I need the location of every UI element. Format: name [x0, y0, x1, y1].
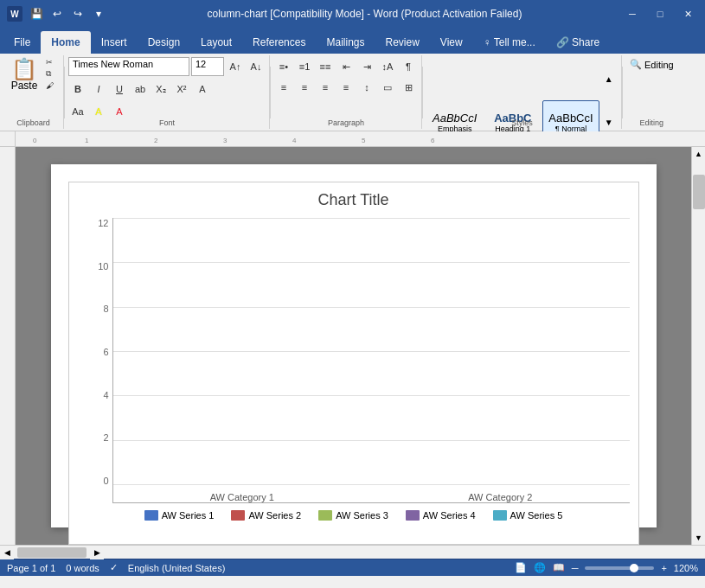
zoom-slider[interactable]: [585, 566, 654, 570]
paste-icon: 📋: [11, 59, 37, 80]
tab-layout[interactable]: Layout: [190, 31, 242, 54]
close-button[interactable]: ✕: [677, 5, 698, 22]
h-scroll-thumb[interactable]: [17, 547, 87, 558]
legend-label-5: AW Series 5: [510, 510, 563, 521]
y-label-10: 10: [98, 261, 108, 272]
chart-container[interactable]: Chart Title 12 10 8 6 4 2 0: [68, 182, 639, 545]
subscript-button[interactable]: X₂: [151, 80, 170, 99]
tab-review[interactable]: Review: [375, 31, 429, 54]
justify-button[interactable]: ≡: [336, 78, 356, 97]
proofing-icon[interactable]: ✓: [110, 562, 118, 573]
ruler-corner: [0, 131, 16, 146]
y-label-0: 0: [103, 476, 108, 486]
show-para-button[interactable]: ¶: [399, 57, 418, 76]
strikethrough-button[interactable]: ab: [131, 80, 150, 99]
editing-group-label: Editing: [623, 118, 681, 127]
scroll-left-button[interactable]: ◀: [0, 546, 14, 559]
ribbon-tabs: File Home Insert Design Layout Reference…: [0, 28, 705, 54]
clipboard-label: Clipboard: [3, 118, 63, 127]
superscript-button[interactable]: X²: [172, 80, 191, 99]
redo-button[interactable]: ↪: [69, 5, 87, 22]
format-painter-button[interactable]: 🖌: [43, 80, 56, 91]
multilevel-button[interactable]: ≡≡: [316, 57, 335, 76]
line-spacing-button[interactable]: ↕: [357, 78, 376, 97]
document-page[interactable]: Chart Title 12 10 8 6 4 2 0: [51, 164, 657, 527]
minimize-button[interactable]: ─: [622, 5, 643, 22]
scrollbar-right: ▲ ▼: [691, 147, 705, 545]
tab-mailings[interactable]: Mailings: [316, 31, 375, 54]
undo-button[interactable]: ↩: [48, 5, 66, 22]
zoom-thumb[interactable]: [630, 564, 638, 572]
ribbon: 📋 Paste ✂ ⧉ 🖌 Clipboard Times New Roman …: [0, 54, 705, 131]
styles-scroll-up[interactable]: ▲: [601, 57, 617, 100]
tab-view[interactable]: View: [430, 31, 473, 54]
y-label-12: 12: [98, 218, 108, 228]
tab-insert[interactable]: Insert: [91, 31, 138, 54]
shading-button[interactable]: ▭: [378, 78, 397, 97]
paragraph-content: ≡• ≡1 ≡≡ ⇤ ⇥ ↕A ¶ ≡ ≡ ≡ ≡ ↕ ▭ ⊞: [274, 57, 418, 127]
bold-button[interactable]: B: [68, 80, 87, 99]
zoom-plus-button[interactable]: +: [661, 563, 666, 573]
align-right-button[interactable]: ≡: [316, 78, 335, 97]
title-bar: W 💾 ↩ ↪ ▾ column-chart [Compatibility Mo…: [0, 0, 705, 28]
borders-button[interactable]: ⊞: [399, 78, 418, 97]
tab-design[interactable]: Design: [138, 31, 190, 54]
editing-label-btn: 🔍 Editing: [626, 57, 677, 72]
bullets-button[interactable]: ≡•: [274, 57, 293, 76]
shrink-font-button[interactable]: A↓: [247, 57, 266, 76]
legend-label-2: AW Series 2: [248, 510, 301, 521]
document-scroll-area[interactable]: Chart Title 12 10 8 6 4 2 0: [16, 147, 691, 545]
font-name-input[interactable]: Times New Roman: [68, 57, 189, 76]
increase-indent-button[interactable]: ⇥: [357, 57, 376, 76]
underline-button[interactable]: U: [110, 80, 129, 99]
view-read-icon[interactable]: 📖: [553, 562, 565, 573]
vertical-ruler: [0, 147, 16, 545]
ruler-mark-5: 5: [362, 137, 365, 144]
grow-font-button[interactable]: A↑: [226, 57, 245, 76]
bars-area: [113, 218, 630, 485]
font-row-2: B I U ab X₂ X² A: [68, 80, 212, 99]
legend-label-4: AW Series 4: [423, 510, 476, 521]
align-left-button[interactable]: ≡: [274, 78, 293, 97]
editing-magnifier-icon: 🔍: [630, 59, 642, 70]
scroll-thumb[interactable]: [693, 175, 705, 209]
tab-home[interactable]: Home: [41, 31, 90, 54]
font-size-input[interactable]: 12: [191, 57, 224, 76]
cut-button[interactable]: ✂: [43, 57, 56, 67]
clear-format-button[interactable]: A: [193, 80, 212, 99]
tab-file[interactable]: File: [3, 31, 41, 54]
tab-share[interactable]: 🔗 Share: [546, 31, 610, 54]
decrease-indent-button[interactable]: ⇤: [336, 57, 356, 76]
ruler-mark-3: 3: [223, 137, 227, 144]
ribbon-group-paragraph: ≡• ≡1 ≡≡ ⇤ ⇥ ↕A ¶ ≡ ≡ ≡ ≡ ↕ ▭ ⊞ Paragrap…: [271, 55, 422, 129]
ribbon-group-editing: 🔍 Editing Editing: [623, 55, 681, 129]
numbering-button[interactable]: ≡1: [295, 57, 314, 76]
zoom-level: 120%: [674, 563, 698, 573]
tab-tell-me[interactable]: ♀ Tell me...: [473, 31, 546, 54]
more-button[interactable]: ▾: [90, 5, 107, 22]
zoom-minus-button[interactable]: ─: [572, 563, 579, 573]
view-print-icon[interactable]: 📄: [515, 562, 527, 573]
align-center-button[interactable]: ≡: [295, 78, 314, 97]
ruler-mark-1: 1: [85, 137, 88, 144]
ribbon-group-font: Times New Roman 12 A↑ A↓ B I U ab X₂ X² …: [65, 55, 270, 129]
scroll-down-button[interactable]: ▼: [692, 531, 706, 545]
restore-button[interactable]: □: [650, 5, 670, 22]
italic-button[interactable]: I: [89, 80, 108, 99]
legend-series4: AW Series 4: [406, 510, 476, 521]
view-web-icon[interactable]: 🌐: [534, 562, 546, 573]
tab-references[interactable]: References: [242, 31, 316, 54]
editing-label: Editing: [644, 60, 674, 70]
paste-button[interactable]: 📋 Paste: [7, 57, 42, 93]
x-labels: AW Category 1 AW Category 2: [113, 492, 630, 502]
scroll-right-button[interactable]: ▶: [90, 546, 104, 559]
copy-button[interactable]: ⧉: [43, 68, 56, 80]
chart-area: 12 10 8 6 4 2 0: [78, 218, 630, 503]
legend-label-1: AW Series 1: [162, 510, 215, 521]
legend-color-5: [493, 510, 507, 521]
chart-plot: AW Category 1 AW Category 2: [112, 218, 630, 503]
scroll-up-button[interactable]: ▲: [692, 147, 706, 161]
save-button[interactable]: 💾: [28, 5, 45, 22]
y-axis: 12 10 8 6 4 2 0: [78, 218, 112, 503]
sort-button[interactable]: ↕A: [378, 57, 397, 76]
